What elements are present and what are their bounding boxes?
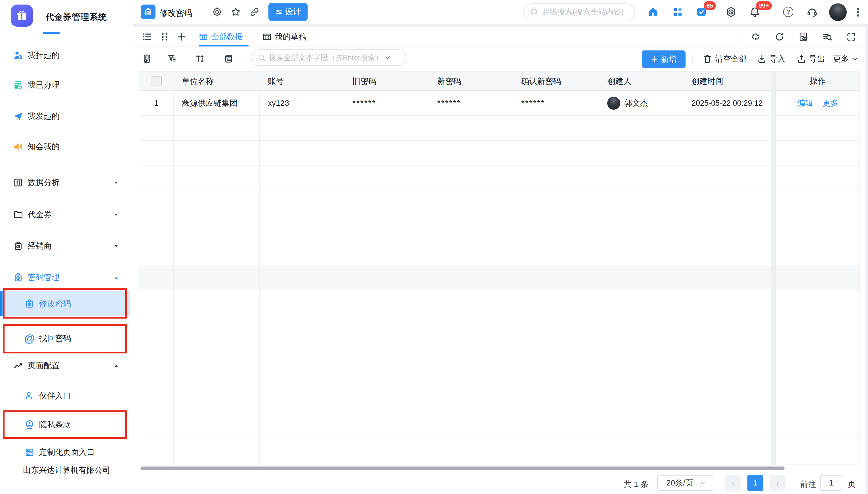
sidebar-item-my-suspended[interactable]: 我挂起的 [0, 46, 133, 64]
apps-grid-icon[interactable] [672, 6, 683, 18]
list-view-icon[interactable] [142, 32, 152, 42]
edit-link[interactable]: 编辑 [797, 98, 813, 109]
cell-creator: 郭文杰 [624, 91, 648, 116]
link-icon[interactable] [249, 6, 260, 17]
page-clipboard-icon [141, 4, 156, 19]
sidebar-item-vouchers[interactable]: 代金券 ▼ [0, 206, 133, 224]
upload-icon [797, 54, 807, 64]
add-button[interactable]: 新增 [642, 51, 686, 68]
table-icon [199, 32, 208, 42]
table-row[interactable]: 1 鑫源供应链集团 xy123 ****** ****** ****** 郭文杰… [139, 91, 771, 116]
current-page-button[interactable]: 1 [747, 475, 763, 491]
add-view-icon[interactable] [177, 32, 187, 42]
gear-icon[interactable] [212, 6, 222, 17]
column-header-account[interactable]: 账号 [268, 72, 284, 91]
filter-funnel-icon[interactable] [167, 54, 177, 64]
sidebar-item-label: 数据分析 [28, 177, 59, 188]
megaphone-icon [13, 141, 23, 152]
global-search[interactable] [523, 3, 635, 20]
global-search-input[interactable] [542, 8, 627, 16]
search-icon [258, 54, 266, 61]
column-header-new-password[interactable]: 新密码 [437, 72, 461, 91]
server-stack-icon [24, 447, 35, 458]
app-window: 代金券管理系统 我挂起的 [0, 0, 868, 494]
column-header-confirm-password[interactable]: 确认新密码 [521, 72, 561, 91]
view-tab-bar: 全部数据 我的草稿 [133, 27, 868, 46]
document-link-icon[interactable] [798, 32, 809, 42]
sidebar-item-recover-password[interactable]: @ 找回密码 [0, 329, 133, 347]
chevron-down-icon[interactable] [384, 54, 391, 61]
grid-view-icon[interactable] [160, 32, 170, 42]
divider [188, 54, 188, 63]
tab-all-data[interactable]: 全部数据 [199, 27, 243, 46]
more-link[interactable]: 更多 [822, 98, 838, 109]
goto-label: 前往 [800, 479, 816, 490]
badge-clock-icon[interactable] [142, 54, 152, 64]
sidebar-item-notify-me[interactable]: 知会我的 [0, 137, 133, 156]
tray-check-icon [13, 80, 23, 90]
divider [775, 8, 776, 16]
horizontal-scrollbar[interactable] [141, 467, 784, 470]
sliders-icon [275, 8, 283, 16]
column-header-created-at[interactable]: 创建时间 [691, 72, 723, 91]
sidebar-item-dealers[interactable]: 经销商 ▼ [0, 237, 133, 255]
bell-badge: 99+ [756, 1, 772, 10]
chevron-down-icon: ▼ [114, 180, 119, 185]
sidebar-item-page-config[interactable]: 页面配置 ▲ [0, 357, 133, 375]
sidebar-item-custom-page-entry[interactable]: 定制化页面入口 [0, 443, 133, 461]
user-avatar[interactable] [829, 3, 847, 21]
column-header-creator[interactable]: 创建人 [608, 72, 631, 91]
table-right-border [860, 72, 860, 465]
more-button[interactable]: 更多 [833, 46, 858, 72]
sidebar-item-data-analysis[interactable]: 数据分析 ▼ [0, 173, 133, 192]
divider [718, 8, 718, 16]
refresh-icon[interactable] [774, 32, 784, 42]
table-actions-column: 编辑 更多 [776, 91, 860, 465]
table-search-input[interactable] [269, 53, 382, 62]
sidebar-item-my-initiated[interactable]: 我发起的 [0, 107, 133, 125]
at-sign-icon: @ [24, 333, 35, 344]
import-button[interactable]: 导入 [757, 46, 785, 72]
fullscreen-icon[interactable] [846, 32, 856, 42]
cell-unit: 鑫源供应链集团 [182, 91, 237, 116]
home-icon[interactable] [648, 6, 659, 18]
pagination-divider [133, 471, 868, 471]
recycle-icon[interactable] [751, 32, 761, 42]
sidebar-item-label: 我已办理 [28, 80, 59, 90]
headset-icon[interactable] [807, 6, 818, 18]
select-all-checkbox[interactable] [151, 76, 162, 87]
help-icon[interactable]: ? [783, 7, 793, 17]
tab-my-drafts[interactable]: 我的草稿 [262, 27, 306, 46]
page-size-select[interactable]: 20条/页 [657, 475, 713, 491]
column-header-unit[interactable]: 单位名称 [182, 72, 214, 91]
sidebar-item-my-processed[interactable]: 我已办理 [0, 76, 133, 94]
next-page-button[interactable]: › [770, 475, 785, 491]
text-height-icon[interactable] [195, 54, 205, 64]
design-button[interactable]: 设计 [268, 3, 308, 21]
shield-clock-icon[interactable] [725, 6, 737, 18]
more-menu-icon[interactable]: ⋮ [852, 6, 863, 19]
sidebar-item-label: 伙伴入口 [39, 391, 71, 401]
clear-all-button[interactable]: 清空全部 [703, 46, 747, 72]
divider [245, 54, 246, 63]
export-button[interactable]: 导出 [797, 46, 825, 72]
folder-icon [13, 209, 23, 220]
prev-page-button[interactable]: ‹ [725, 475, 741, 491]
table-search[interactable] [251, 49, 406, 66]
search-list-icon[interactable] [822, 32, 833, 42]
goto-page-input[interactable] [820, 475, 842, 491]
card-settings-icon[interactable] [223, 54, 234, 64]
clear-all-label: 清空全部 [715, 54, 747, 64]
download-icon [757, 54, 767, 64]
sidebar-item-change-password[interactable]: 修改密码 [0, 295, 133, 313]
sidebar-item-partner-entry[interactable]: 伙伴入口 [0, 387, 133, 405]
cell-account: xy123 [268, 91, 289, 116]
divider [157, 54, 157, 63]
tab-label: 全部数据 [211, 32, 243, 42]
paper-plane-icon [13, 111, 23, 121]
column-header-old-password[interactable]: 旧密码 [352, 72, 376, 91]
sidebar-item-privacy-terms[interactable]: 隐私条款 [0, 416, 133, 434]
vertical-scrollbar-track[interactable] [865, 27, 868, 494]
sidebar-item-password-management[interactable]: 密码管理 ▲ [0, 268, 133, 287]
star-icon[interactable] [230, 6, 241, 17]
